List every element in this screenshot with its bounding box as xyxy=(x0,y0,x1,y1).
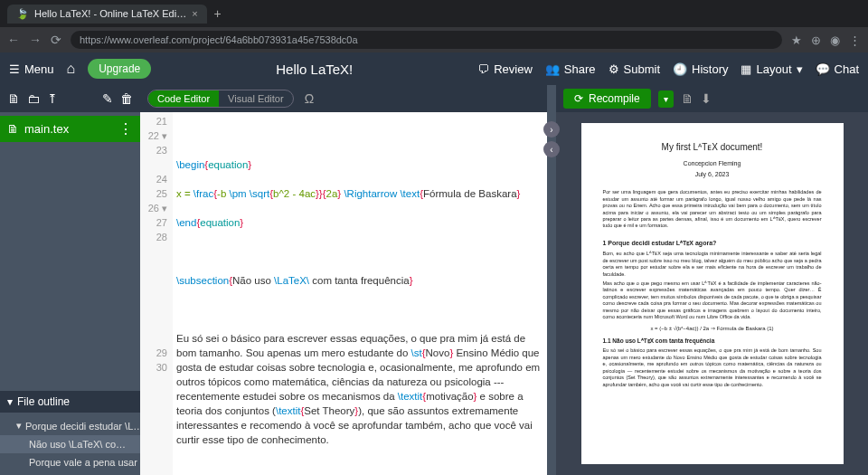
home-icon[interactable]: ⌂ xyxy=(67,61,76,77)
submit-icon: ⚙ xyxy=(609,62,619,76)
delete-icon[interactable]: 🗑 xyxy=(120,91,133,106)
project-title[interactable]: Hello LaTeX! xyxy=(164,62,465,77)
collapse-left-icon[interactable]: ‹ xyxy=(543,141,560,157)
line-gutter: 2122 ▾23242526 ▾272829303132 xyxy=(140,112,173,475)
layout-icon: ▦ xyxy=(741,62,751,76)
pdf-date: July 6, 2023 xyxy=(603,170,822,178)
left-panel: 🗎 🗀 ⤒ ✎ 🗑 🗎 main.tex ⋮ ▾ File outline ▾P… xyxy=(0,85,140,475)
new-folder-icon[interactable]: 🗀 xyxy=(27,91,40,106)
chat-icon: 💬 xyxy=(816,62,830,76)
pdf-body: Bom, eu acho que LᴬTᴇX seja uma tecnolog… xyxy=(603,251,822,278)
new-file-icon[interactable]: 🗎 xyxy=(7,91,20,106)
logs-icon[interactable]: 🗎 xyxy=(681,91,693,106)
panel-divider[interactable]: › ‹ xyxy=(547,85,556,475)
recompile-dropdown[interactable]: ▾ xyxy=(658,90,674,108)
forward-icon[interactable]: → xyxy=(29,33,42,47)
review-button[interactable]: 🗩Review xyxy=(477,62,533,76)
file-item-main[interactable]: 🗎 main.tex ⋮ xyxy=(0,116,140,142)
file-icon: 🗎 xyxy=(7,122,19,136)
visual-editor-tab[interactable]: Visual Editor xyxy=(219,90,293,107)
layout-button[interactable]: ▦Layout ▾ xyxy=(741,62,802,76)
back-icon[interactable]: ← xyxy=(7,33,20,47)
browser-tab[interactable]: 🍃 Hello LaTeX! - Online LaTeX Edi… × xyxy=(7,5,207,24)
browser-tab-bar: 🍃 Hello LaTeX! - Online LaTeX Edi… × + xyxy=(0,0,868,27)
pdf-title: My first LᴬTᴇX document! xyxy=(603,141,822,154)
outline-header[interactable]: ▾ File outline xyxy=(0,391,140,413)
pdf-abstract: Por ser uma linguagem que gera documento… xyxy=(603,189,822,230)
history-button[interactable]: 🕘History xyxy=(673,62,728,76)
share-icon: 👥 xyxy=(545,62,560,76)
new-tab-button[interactable]: + xyxy=(214,6,222,21)
file-tree: 🗎 main.tex ⋮ xyxy=(0,112,140,146)
menu-button[interactable]: ☰ Menu xyxy=(9,62,54,76)
menu-icon[interactable]: ⋮ xyxy=(849,33,861,47)
profile-icon[interactable]: ◉ xyxy=(830,33,840,47)
outline-item[interactable]: ▾Porque decidi estudar \L… xyxy=(0,416,140,435)
file-name: main.tex xyxy=(24,122,69,136)
code-content[interactable]: \begin{equation} x = \frac{-b \pm \sqrt{… xyxy=(173,112,547,475)
code-editor-tab[interactable]: Code Editor xyxy=(148,90,219,107)
pdf-viewer[interactable]: My first LᴬTᴇX document! Concepcion Flem… xyxy=(556,112,868,475)
tab-favicon: 🍃 xyxy=(16,8,29,20)
pdf-equation: x = (−b ± √(b²−4ac)) / 2a ⇒ Fórmula de B… xyxy=(603,325,822,332)
file-menu-icon[interactable]: ⋮ xyxy=(118,120,133,138)
upload-icon[interactable]: ⤒ xyxy=(47,91,58,106)
chevron-down-icon: ▾ xyxy=(16,420,22,432)
pdf-heading: 1 Porque decidi estudar LᴬTᴇX agora? xyxy=(603,239,822,247)
collapse-right-icon[interactable]: › xyxy=(543,121,560,138)
symbol-palette-icon[interactable]: Ω xyxy=(305,91,314,106)
chevron-down-icon: ▾ xyxy=(7,395,13,408)
hamburger-icon: ☰ xyxy=(9,62,20,76)
review-icon: 🗩 xyxy=(477,62,489,76)
app-toolbar: ☰ Menu ⌂ Upgrade Hello LaTeX! 🗩Review 👥S… xyxy=(0,52,868,85)
extension-icon[interactable]: ⊕ xyxy=(811,33,821,47)
pdf-body: Mas acho que o que pego mesmo em usar Lᴬ… xyxy=(603,280,822,321)
address-input[interactable] xyxy=(71,31,782,49)
submit-button[interactable]: ⚙Submit xyxy=(609,62,660,76)
pdf-author: Concepcion Fleming xyxy=(603,159,822,167)
tab-title: Hello LaTeX! - Online LaTeX Edi… xyxy=(34,8,186,19)
editor-toolbar: Code Editor Visual Editor Ω xyxy=(140,85,547,112)
url-bar: ← → ⟳ ★ ⊕ ◉ ⋮ xyxy=(0,27,868,52)
pdf-subheading: 1.1 Não uso LᴬTᴇX com tanta frequência xyxy=(603,337,822,346)
share-button[interactable]: 👥Share xyxy=(545,62,596,76)
rename-icon[interactable]: ✎ xyxy=(102,91,113,106)
code-editor[interactable]: 2122 ▾23242526 ▾272829303132 \begin{equa… xyxy=(140,112,547,475)
upgrade-button[interactable]: Upgrade xyxy=(88,59,151,79)
history-icon: 🕘 xyxy=(673,62,687,76)
outline-item[interactable]: Não uso \LaTeX\ co… xyxy=(0,435,140,453)
download-icon[interactable]: ⬇ xyxy=(701,91,712,106)
pdf-body: Eu só sei o básico para escrever essas e… xyxy=(603,347,822,388)
editor-mode-toggle: Code Editor Visual Editor xyxy=(147,90,294,108)
editor-panel: Code Editor Visual Editor Ω 2122 ▾232425… xyxy=(140,85,547,475)
extension-icon[interactable]: ★ xyxy=(791,33,802,47)
reload-icon[interactable]: ⟳ xyxy=(51,33,61,47)
pdf-toolbar: ⟳ Recompile ▾ 🗎 ⬇ xyxy=(556,85,868,112)
refresh-icon: ⟳ xyxy=(574,92,583,105)
chevron-down-icon: ▾ xyxy=(797,62,803,76)
recompile-button[interactable]: ⟳ Recompile xyxy=(563,89,651,109)
outline-item[interactable]: Porque vale a pena usar … xyxy=(0,453,140,471)
chat-button[interactable]: 💬Chat xyxy=(816,62,859,76)
pdf-panel: ⟳ Recompile ▾ 🗎 ⬇ My first LᴬTᴇX documen… xyxy=(556,85,868,475)
file-toolbar: 🗎 🗀 ⤒ ✎ 🗑 xyxy=(0,85,140,112)
close-tab-icon[interactable]: × xyxy=(192,8,197,19)
pdf-page: My first LᴬTᴇX document! Concepcion Flem… xyxy=(581,123,844,464)
